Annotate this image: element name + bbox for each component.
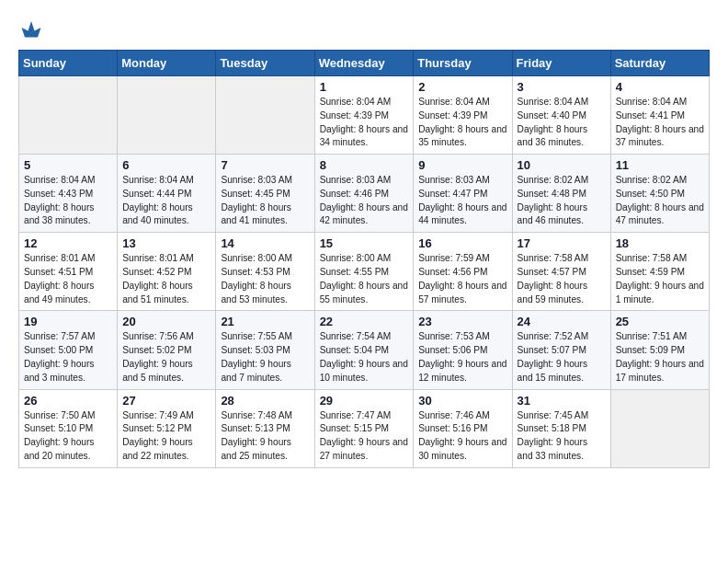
day-number: 22 [320,315,409,328]
day-number: 5 [24,158,112,172]
day-info: Sunrise: 7:49 AM Sunset: 5:12 PM Dayligh… [122,409,210,464]
calendar-cell [610,389,709,467]
calendar-cell: 24Sunrise: 7:52 AM Sunset: 5:07 PM Dayli… [512,311,610,389]
calendar-cell: 31Sunrise: 7:45 AM Sunset: 5:18 PM Dayli… [512,389,610,467]
day-info: Sunrise: 7:46 AM Sunset: 5:16 PM Dayligh… [418,409,506,464]
calendar-cell: 22Sunrise: 7:54 AM Sunset: 5:04 PM Dayli… [314,311,414,389]
day-info: Sunrise: 8:04 AM Sunset: 4:39 PM Dayligh… [418,96,506,150]
logo [18,15,48,40]
day-info: Sunrise: 8:04 AM Sunset: 4:39 PM Dayligh… [320,96,409,150]
day-number: 29 [320,394,409,408]
day-info: Sunrise: 8:04 AM Sunset: 4:44 PM Dayligh… [122,174,210,228]
day-number: 4 [616,80,704,94]
calendar-cell: 2Sunrise: 8:04 AM Sunset: 4:39 PM Daylig… [414,76,512,155]
day-info: Sunrise: 8:00 AM Sunset: 4:55 PM Dayligh… [320,252,409,306]
day-number: 19 [24,315,112,328]
day-info: Sunrise: 8:02 AM Sunset: 4:50 PM Dayligh… [616,174,704,228]
day-info: Sunrise: 7:50 AM Sunset: 5:10 PM Dayligh… [24,409,112,464]
day-info: Sunrise: 7:54 AM Sunset: 5:04 PM Dayligh… [320,330,409,385]
calendar-cell: 17Sunrise: 7:58 AM Sunset: 4:57 PM Dayli… [512,233,610,311]
day-info: Sunrise: 7:57 AM Sunset: 5:00 PM Dayligh… [24,330,112,385]
calendar-cell: 18Sunrise: 7:58 AM Sunset: 4:59 PM Dayli… [610,233,709,311]
calendar-cell: 4Sunrise: 8:04 AM Sunset: 4:41 PM Daylig… [610,76,709,155]
calendar-cell: 6Sunrise: 8:04 AM Sunset: 4:44 PM Daylig… [118,155,216,233]
calendar-cell: 3Sunrise: 8:04 AM Sunset: 4:40 PM Daylig… [512,76,610,155]
week-row-2: 5Sunrise: 8:04 AM Sunset: 4:43 PM Daylig… [19,155,710,233]
day-number: 7 [221,158,309,172]
day-number: 1 [320,80,409,94]
calendar-cell: 23Sunrise: 7:53 AM Sunset: 5:06 PM Dayli… [414,311,512,389]
weekday-header-saturday: Saturday [610,51,709,76]
day-info: Sunrise: 7:58 AM Sunset: 4:57 PM Dayligh… [518,252,606,306]
header [18,15,710,40]
day-info: Sunrise: 8:04 AM Sunset: 4:40 PM Dayligh… [518,96,606,150]
day-info: Sunrise: 7:45 AM Sunset: 5:18 PM Dayligh… [518,409,606,464]
calendar-cell: 14Sunrise: 8:00 AM Sunset: 4:53 PM Dayli… [216,233,314,311]
day-info: Sunrise: 7:58 AM Sunset: 4:59 PM Dayligh… [616,252,704,306]
calendar-cell: 7Sunrise: 8:03 AM Sunset: 4:45 PM Daylig… [216,155,314,233]
calendar-cell: 13Sunrise: 8:01 AM Sunset: 4:52 PM Dayli… [118,233,216,311]
calendar-cell: 26Sunrise: 7:50 AM Sunset: 5:10 PM Dayli… [19,389,118,467]
calendar-cell: 28Sunrise: 7:48 AM Sunset: 5:13 PM Dayli… [216,389,314,467]
calendar-cell: 16Sunrise: 7:59 AM Sunset: 4:56 PM Dayli… [414,233,512,311]
weekday-header-monday: Monday [118,51,216,76]
day-info: Sunrise: 7:56 AM Sunset: 5:02 PM Dayligh… [122,330,210,385]
day-info: Sunrise: 7:53 AM Sunset: 5:06 PM Dayligh… [418,330,506,385]
week-row-1: 1Sunrise: 8:04 AM Sunset: 4:39 PM Daylig… [19,76,710,155]
day-info: Sunrise: 8:03 AM Sunset: 4:45 PM Dayligh… [221,174,309,228]
page: SundayMondayTuesdayWednesdayThursdayFrid… [0,0,728,563]
calendar-cell: 8Sunrise: 8:03 AM Sunset: 4:46 PM Daylig… [314,155,414,233]
calendar-cell: 5Sunrise: 8:04 AM Sunset: 4:43 PM Daylig… [19,155,118,233]
day-info: Sunrise: 8:04 AM Sunset: 4:43 PM Dayligh… [24,174,112,228]
day-info: Sunrise: 8:03 AM Sunset: 4:46 PM Dayligh… [320,174,409,228]
calendar-cell: 1Sunrise: 8:04 AM Sunset: 4:39 PM Daylig… [314,76,414,155]
calendar-cell: 30Sunrise: 7:46 AM Sunset: 5:16 PM Dayli… [414,389,512,467]
day-number: 24 [518,315,606,328]
week-row-3: 12Sunrise: 8:01 AM Sunset: 4:51 PM Dayli… [19,233,710,311]
calendar-cell: 27Sunrise: 7:49 AM Sunset: 5:12 PM Dayli… [118,389,216,467]
weekday-header-sunday: Sunday [19,51,118,76]
day-number: 12 [24,236,112,250]
day-number: 31 [518,394,606,408]
calendar-cell [118,76,216,155]
calendar-cell: 11Sunrise: 8:02 AM Sunset: 4:50 PM Dayli… [610,155,709,233]
day-info: Sunrise: 8:01 AM Sunset: 4:52 PM Dayligh… [122,252,210,306]
day-info: Sunrise: 7:55 AM Sunset: 5:03 PM Dayligh… [221,330,309,385]
day-number: 13 [122,236,210,250]
day-number: 26 [24,394,112,408]
calendar-cell: 12Sunrise: 8:01 AM Sunset: 4:51 PM Dayli… [19,233,118,311]
calendar-cell [216,76,314,155]
calendar-cell: 25Sunrise: 7:51 AM Sunset: 5:09 PM Dayli… [610,311,709,389]
day-number: 21 [221,315,309,328]
day-number: 15 [320,236,409,250]
day-number: 6 [122,158,210,172]
day-info: Sunrise: 8:02 AM Sunset: 4:48 PM Dayligh… [518,174,606,228]
day-number: 8 [320,158,409,172]
calendar-cell: 19Sunrise: 7:57 AM Sunset: 5:00 PM Dayli… [19,311,118,389]
week-row-5: 26Sunrise: 7:50 AM Sunset: 5:10 PM Dayli… [19,389,710,467]
weekday-header-tuesday: Tuesday [216,51,314,76]
calendar-cell: 29Sunrise: 7:47 AM Sunset: 5:15 PM Dayli… [314,389,414,467]
day-number: 25 [616,315,704,328]
weekday-header-friday: Friday [512,51,610,76]
day-number: 18 [616,236,704,250]
day-info: Sunrise: 7:48 AM Sunset: 5:13 PM Dayligh… [221,409,309,464]
day-number: 11 [616,158,704,172]
week-row-4: 19Sunrise: 7:57 AM Sunset: 5:00 PM Dayli… [19,311,710,389]
calendar-cell: 20Sunrise: 7:56 AM Sunset: 5:02 PM Dayli… [118,311,216,389]
weekday-header-row: SundayMondayTuesdayWednesdayThursdayFrid… [19,51,710,76]
calendar-cell: 10Sunrise: 8:02 AM Sunset: 4:48 PM Dayli… [512,155,610,233]
day-number: 16 [418,236,506,250]
weekday-header-wednesday: Wednesday [314,51,414,76]
day-info: Sunrise: 7:51 AM Sunset: 5:09 PM Dayligh… [616,330,704,385]
day-number: 10 [518,158,606,172]
day-info: Sunrise: 8:01 AM Sunset: 4:51 PM Dayligh… [24,252,112,306]
calendar-cell: 9Sunrise: 8:03 AM Sunset: 4:47 PM Daylig… [414,155,512,233]
calendar-cell [19,76,118,155]
day-number: 27 [122,394,210,408]
day-info: Sunrise: 8:00 AM Sunset: 4:53 PM Dayligh… [221,252,309,306]
calendar-cell: 15Sunrise: 8:00 AM Sunset: 4:55 PM Dayli… [314,233,414,311]
day-number: 28 [221,394,309,408]
logo-icon [18,15,44,40]
day-info: Sunrise: 7:52 AM Sunset: 5:07 PM Dayligh… [518,330,606,385]
